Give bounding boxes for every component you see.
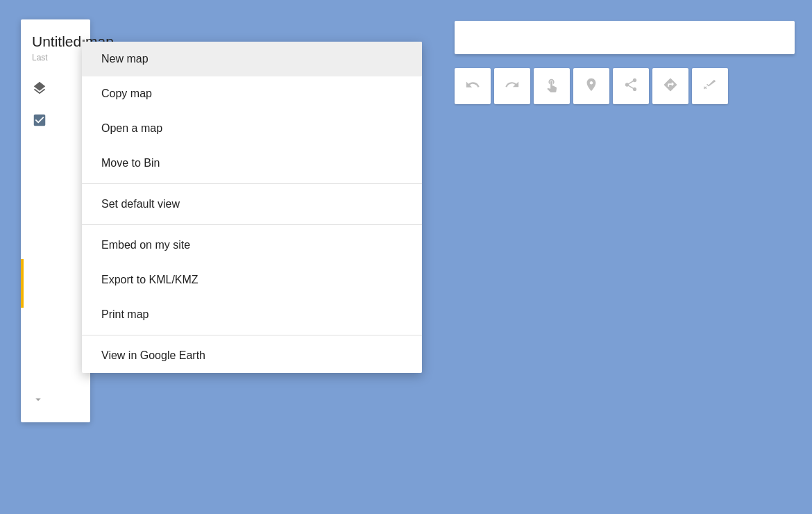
layers-icon [32, 81, 47, 99]
map-search-bar[interactable] [455, 21, 795, 54]
menu-divider-3 [82, 335, 422, 335]
undo-icon [465, 77, 480, 96]
chevron-down-icon [32, 393, 44, 408]
menu-item-view-google-earth[interactable]: View in Google Earth [82, 338, 422, 373]
menu-item-set-default-view[interactable]: Set default view [82, 187, 422, 222]
ruler-button[interactable] [692, 68, 728, 104]
menu-item-print-map[interactable]: Print map [82, 297, 422, 332]
menu-divider-2 [82, 224, 422, 225]
directions-button[interactable] [652, 68, 688, 104]
layers-row [21, 74, 90, 106]
ruler-icon [702, 77, 718, 96]
dropdown-row[interactable] [32, 393, 44, 408]
checkbox-icon [32, 113, 47, 131]
redo-icon [505, 77, 520, 96]
menu-divider-1 [82, 183, 422, 184]
menu-item-embed[interactable]: Embed on my site [82, 228, 422, 263]
undo-button[interactable] [455, 68, 491, 104]
share-icon [623, 77, 638, 96]
side-panel: Untitled map Last [21, 19, 90, 422]
checkbox-row [21, 106, 90, 138]
directions-icon [663, 77, 678, 96]
hand-icon [544, 77, 559, 96]
marker-button[interactable] [573, 68, 609, 104]
redo-button[interactable] [494, 68, 530, 104]
menu-item-new-map[interactable]: New map [82, 42, 422, 76]
panel-subtitle: Last [32, 53, 79, 63]
menu-item-copy-map[interactable]: Copy map [82, 76, 422, 111]
marker-icon [584, 77, 599, 96]
map-toolbar [455, 68, 728, 104]
yellow-accent-bar [21, 259, 24, 308]
menu-item-move-to-bin[interactable]: Move to Bin [82, 146, 422, 181]
context-menu: New map Copy map Open a map Move to Bin … [82, 42, 422, 373]
hand-tool-button[interactable] [534, 68, 570, 104]
panel-title: Untitled map [32, 33, 79, 50]
menu-item-open-map[interactable]: Open a map [82, 111, 422, 146]
share-button[interactable] [613, 68, 649, 104]
menu-item-export-kml[interactable]: Export to KML/KMZ [82, 263, 422, 297]
